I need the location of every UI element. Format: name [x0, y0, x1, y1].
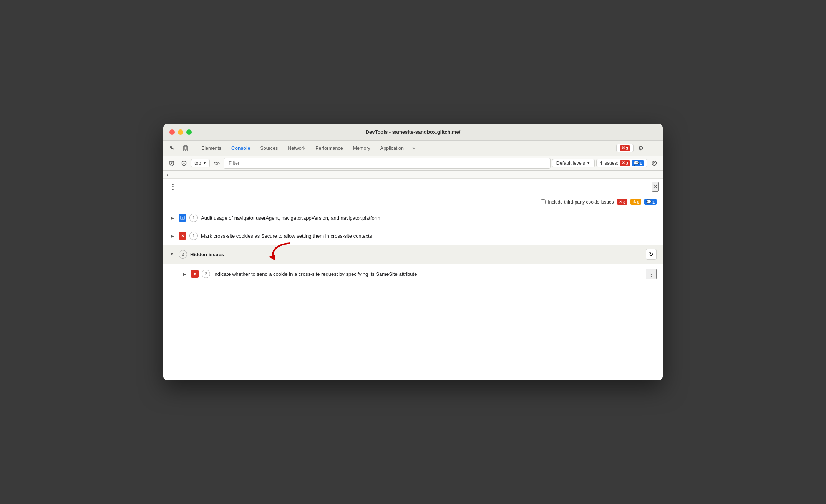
filter-container: [224, 158, 550, 169]
count-cookies: 1: [189, 232, 198, 240]
window-controls: [169, 129, 192, 135]
expand-arrow-cookies[interactable]: ▶: [169, 233, 176, 239]
settings-issues-icon[interactable]: [649, 158, 660, 169]
minimize-button[interactable]: [178, 129, 183, 135]
issue-icon-error-samesite: ✕: [191, 270, 199, 278]
clear-console-icon[interactable]: [166, 158, 177, 169]
issue-icon-info-audit: [179, 214, 186, 222]
panel-error-count: 3: [623, 200, 625, 204]
toolbar-info-count: 1: [640, 161, 642, 166]
issues-count-badge[interactable]: 4 Issues: ✕ 3 💬 1: [596, 159, 647, 167]
context-label: top: [194, 161, 201, 166]
tab-memory[interactable]: Memory: [348, 143, 375, 153]
error-badge: ✕ 3: [620, 145, 630, 151]
issue-row-audit[interactable]: ▶ 1 Audit usage of navigator.userAgent, …: [163, 209, 663, 227]
inspect-element-icon[interactable]: [166, 142, 179, 154]
eye-icon[interactable]: [211, 158, 222, 169]
count-samesite: 2: [202, 270, 210, 278]
chevron-down-icon-levels: ▼: [587, 161, 590, 165]
close-icon: ✕: [652, 183, 658, 191]
panel-info-badge: 💬 1: [644, 199, 657, 205]
filter-icon[interactable]: [179, 158, 189, 169]
expand-arrow-audit[interactable]: ▶: [169, 215, 176, 221]
svg-point-10: [216, 162, 217, 164]
filter-input[interactable]: [226, 158, 548, 168]
panel-warning-count: 0: [637, 200, 639, 204]
issues-options: Include third-party cookie issues ✕ 3 ⚠ …: [541, 199, 657, 205]
tab-sources[interactable]: Sources: [255, 143, 282, 153]
panel-warning-icon: ⚠: [632, 199, 636, 204]
issues-count-text: 4 Issues:: [600, 161, 618, 166]
tab-separator: [194, 144, 194, 152]
chevron-down-icon: ▼: [202, 161, 206, 165]
toolbar-error-badge: ✕ 3: [620, 160, 630, 166]
context-selector[interactable]: top ▼: [191, 159, 210, 167]
count-hidden: 2: [179, 250, 187, 259]
more-tabs-button[interactable]: »: [409, 143, 418, 153]
toolbar-error-count: 3: [626, 161, 628, 166]
issue-text-audit: Audit usage of navigator.userAgent, navi…: [201, 215, 657, 221]
expand-arrow-samesite[interactable]: ▶: [182, 271, 188, 277]
empty-content-area: [163, 284, 663, 380]
hidden-group-header[interactable]: ▶ 2 Hidden issues ↻: [163, 245, 663, 264]
tab-performance[interactable]: Performance: [311, 143, 348, 153]
panel-info-count: 1: [652, 200, 655, 204]
issue-row-cookies[interactable]: ▶ ✕ 1 Mark cross-site cookies as Secure …: [163, 227, 663, 245]
panel-info-icon: 💬: [646, 199, 652, 204]
error-icon: ✕: [622, 146, 625, 151]
svg-point-3: [185, 150, 186, 151]
tab-elements[interactable]: Elements: [197, 143, 226, 153]
hidden-group-container: ▶ 2 Hidden issues ↻: [163, 245, 663, 264]
hidden-group-label: Hidden issues: [190, 252, 224, 257]
maximize-button[interactable]: [186, 129, 192, 135]
count-audit: 1: [189, 214, 198, 222]
panel-error-icon: ✕: [619, 199, 622, 204]
issue-icon-error-cookies: ✕: [179, 232, 186, 240]
refresh-button[interactable]: ↻: [646, 249, 657, 260]
issues-badge[interactable]: ✕ 3: [616, 144, 634, 152]
error-count: 3: [626, 146, 628, 151]
device-toolbar-icon[interactable]: [179, 142, 192, 154]
console-toolbar: top ▼ Default levels ▼ 4 Issues: ✕ 3 💬 1: [163, 156, 663, 171]
svg-rect-2: [184, 146, 187, 149]
third-party-checkbox-label[interactable]: Include third-party cookie issues: [541, 199, 614, 205]
devtools-window: DevTools - samesite-sandbox.glitch.me/ E…: [163, 124, 663, 380]
svg-point-9: [184, 162, 185, 164]
toolbar-info-badge: 💬 1: [632, 160, 644, 166]
third-party-label: Include third-party cookie issues: [548, 199, 614, 205]
panel-error-badge: ✕ 3: [617, 199, 627, 205]
issues-panel-top: ⋮ ✕: [163, 179, 663, 195]
tab-bar: Elements Console Sources Network Perform…: [163, 141, 663, 156]
levels-label: Default levels: [556, 161, 585, 166]
tab-application[interactable]: Application: [376, 143, 408, 153]
panel-warning-badge: ⚠ 0: [630, 199, 641, 205]
kebab-menu-button[interactable]: ⋮: [167, 181, 179, 192]
issue-row-samesite[interactable]: ▶ ✕ 2 Indicate whether to send a cookie …: [163, 264, 663, 284]
titlebar: DevTools - samesite-sandbox.glitch.me/: [163, 124, 663, 141]
issue-text-cookies: Mark cross-site cookies as Secure to all…: [201, 233, 657, 239]
svg-point-11: [652, 161, 657, 165]
settings-button[interactable]: ⚙: [635, 143, 647, 154]
tab-network[interactable]: Network: [283, 143, 310, 153]
tabbar-right: ✕ 3 ⚙ ⋮: [616, 143, 660, 154]
tab-console[interactable]: Console: [227, 143, 255, 153]
toolbar-info-icon: 💬: [634, 161, 639, 166]
levels-selector[interactable]: Default levels ▼: [552, 159, 595, 167]
close-button[interactable]: [169, 129, 175, 135]
issue-options-button[interactable]: ⋮: [646, 269, 657, 279]
options-row: Include third-party cookie issues ✕ 3 ⚠ …: [163, 195, 663, 209]
sidebar-arrow-icon[interactable]: ›: [166, 171, 168, 177]
svg-point-12: [654, 162, 655, 164]
more-options-button[interactable]: ⋮: [648, 143, 660, 154]
third-party-checkbox[interactable]: [541, 199, 546, 204]
issue-text-samesite: Indicate whether to send a cookie in a c…: [213, 271, 643, 277]
toolbar-error-icon: ✕: [622, 161, 625, 166]
issues-content: ⋮ ✕ Include third-party cookie issues ✕ …: [163, 179, 663, 380]
expand-arrow-hidden[interactable]: ▶: [169, 251, 176, 257]
close-panel-button[interactable]: ✕: [652, 182, 659, 192]
window-title: DevTools - samesite-sandbox.glitch.me/: [366, 129, 461, 135]
